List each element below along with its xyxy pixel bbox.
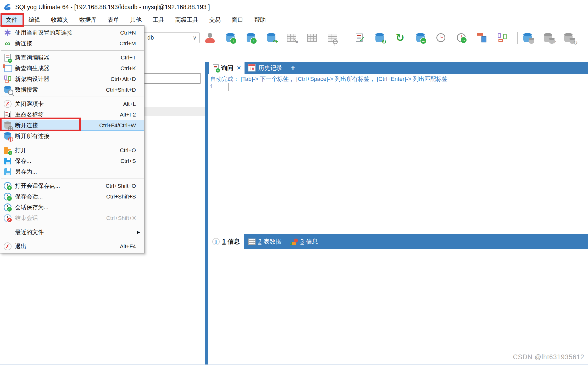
schema-designer-button[interactable] — [496, 31, 508, 44]
connect-database-button[interactable]: → — [414, 31, 427, 44]
menu-item-exit[interactable]: 退出 Alt+F4 — [0, 241, 144, 252]
menu-help[interactable]: 帮助 — [249, 14, 271, 26]
sync-database-button[interactable] — [523, 31, 535, 44]
new-query-builder-icon — [4, 65, 12, 72]
link-icon — [5, 39, 10, 48]
table-structure-button[interactable] — [306, 31, 318, 44]
refresh-database-button[interactable]: ↻ — [373, 31, 386, 44]
tab-messages-3[interactable]: 3 信息 — [286, 234, 322, 249]
title-bar: SQLyog Ultimate 64 - [192.168.88.193/fdc… — [0, 0, 588, 14]
rename-tab-icon — [4, 111, 11, 119]
menu-separator — [1, 97, 144, 97]
sqlyog-logo-icon — [3, 3, 12, 12]
autocomplete-hint: 自动完成： [Tab]-> 下一个标签， [Ctrl+Space]-> 列出所有… — [210, 75, 447, 83]
clock-icon — [436, 33, 445, 42]
validate-query-button[interactable] — [353, 31, 365, 44]
annotation-box-disconnect — [0, 118, 81, 131]
menu-item-save-session[interactable]: ✓ 保存会话... Ctrl+Shift+S — [0, 191, 144, 202]
calendar-icon: 18 — [248, 64, 256, 71]
table-grid-icon — [307, 34, 317, 42]
refresh-icon — [396, 32, 404, 43]
database-combo[interactable]: db ∨ — [136, 32, 199, 43]
menu-item-new-query-builder[interactable]: 新查询生成器 Ctrl+K — [0, 63, 144, 74]
menu-item-new-connection[interactable]: 新连接 Ctrl+M — [0, 38, 144, 49]
history-button[interactable] — [435, 31, 447, 44]
menu-others[interactable]: 其他 — [125, 14, 147, 26]
menu-table[interactable]: 表单 — [102, 14, 125, 26]
database-refresh-icon: ↻ — [375, 35, 384, 42]
tab-messages-3-label: 信息 — [306, 237, 318, 246]
menu-item-close-tab[interactable]: 关闭選項卡 Alt+L — [0, 98, 144, 109]
tab-number: 3 — [301, 238, 304, 245]
menu-edit[interactable]: 编辑 — [23, 14, 46, 26]
manage-index-button[interactable] — [326, 31, 339, 44]
end-session-icon: ✗ — [4, 214, 12, 222]
database-sync-refresh-icon: ↻ — [564, 32, 575, 43]
menu-item-new-query-editor[interactable]: + 新查询编辑器 Ctrl+T — [0, 52, 144, 63]
open-session-button[interactable]: → — [455, 31, 468, 44]
menu-powertools[interactable]: 高级工具 — [170, 14, 204, 26]
tab-messages-1[interactable]: 1 信息 — [208, 234, 244, 249]
menu-separator — [1, 179, 144, 179]
disconnect-all-icon — [4, 134, 11, 140]
menu-item-save-as[interactable]: 另存为... — [0, 166, 144, 177]
query-check-icon — [356, 34, 363, 42]
new-query-tab-icon: + — [213, 64, 219, 71]
chevron-down-icon[interactable]: ∨ — [193, 35, 197, 41]
layout-button[interactable] — [475, 31, 488, 44]
menu-item-open-session-savepoint[interactable]: + 打开会话保存点... Ctrl+Shift+O — [0, 180, 144, 191]
save-as-icon — [4, 168, 11, 175]
copy-database-button[interactable]: ↷ — [265, 31, 278, 44]
menu-window[interactable]: 窗口 — [226, 14, 249, 26]
add-tab-button[interactable]: + — [286, 62, 300, 74]
toolbar-separator — [517, 32, 518, 44]
tab-history[interactable]: 18 历史记录 — [245, 62, 286, 74]
menu-favorites[interactable]: 收藏夹 — [46, 14, 74, 26]
menu-tools[interactable]: 工具 — [147, 14, 170, 26]
data-search-icon — [4, 87, 11, 93]
export-table-button[interactable] — [285, 31, 298, 44]
database-copy-icon: ↷ — [267, 35, 275, 42]
menu-item-save[interactable]: 保存... Ctrl+S — [0, 156, 144, 166]
menu-database[interactable]: 数据库 — [74, 14, 102, 26]
save-icon — [4, 158, 11, 164]
database-export-icon: ↑ — [247, 35, 255, 42]
toolbar: db ∨ ↓ ↑ ↷ ↻ → → ↻ — [136, 27, 584, 49]
close-tab-icon[interactable]: × — [237, 64, 241, 72]
schema-designer-icon — [498, 33, 507, 42]
database-sync-check-icon — [544, 32, 555, 43]
menu-item-disconnect-all[interactable]: 断开所有连接 — [0, 131, 144, 141]
file-menu-dropdown: 使用当前设置的新连接 Ctrl+N 新连接 Ctrl+M + 新查询编辑器 Ct… — [0, 25, 145, 253]
menu-transaction[interactable]: 交易 — [204, 14, 226, 26]
submenu-arrow-icon: ▶ — [137, 230, 143, 235]
calendar-day-number: 18 — [248, 67, 255, 71]
refresh-button[interactable] — [394, 31, 406, 44]
sync-refresh-button[interactable]: ↻ — [563, 31, 576, 44]
tab-number: 1 — [222, 238, 226, 245]
sql-editor[interactable]: 自动完成： [Tab]-> 下一个标签， [Ctrl+Space]-> 列出所有… — [208, 74, 588, 234]
panel-splitter[interactable] — [205, 62, 208, 365]
menu-item-recent-files[interactable]: 最近的文件 ▶ — [0, 227, 144, 237]
menu-item-open[interactable]: + 打开 Ctrl+O — [0, 145, 144, 156]
menu-item-new-connection-current-settings[interactable]: 使用当前设置的新连接 Ctrl+N — [0, 27, 144, 38]
menu-item-session-save-as[interactable]: ✓ 会话保存为... — [0, 202, 144, 213]
menu-item-new-schema-designer[interactable]: 新架构设计器 Ctrl+Alt+D — [0, 74, 144, 84]
database-gray-icon — [529, 39, 534, 44]
tab-table-data[interactable]: 2 表数据 — [244, 234, 286, 249]
export-data-button[interactable]: ↑ — [245, 31, 257, 44]
database-go-icon: → — [416, 35, 425, 42]
toolbar-separator — [348, 32, 348, 44]
window-title: SQLyog Ultimate 64 - [192.168.88.193/fdc… — [15, 4, 210, 11]
save-session-icon: ✓ — [4, 193, 12, 201]
menu-item-data-search[interactable]: 数据搜索 Ctrl+Shift+D — [0, 84, 144, 95]
user-manager-button[interactable] — [204, 31, 216, 44]
tab-query[interactable]: + 询问 × — [209, 62, 245, 74]
open-session-icon: + — [4, 182, 12, 190]
tab-number: 2 — [258, 238, 262, 245]
objects-icon — [290, 238, 298, 245]
import-data-button[interactable]: ↓ — [224, 31, 237, 44]
line-number: 1 — [210, 84, 213, 90]
sync-check-button[interactable] — [543, 31, 556, 44]
menu-item-end-session[interactable]: ✗ 结束会话 Ctrl+Shift+X — [0, 213, 144, 223]
info-icon — [212, 238, 220, 245]
